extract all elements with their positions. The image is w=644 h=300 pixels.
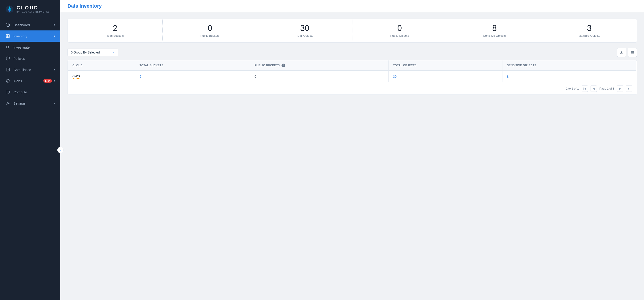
info-icon[interactable]: i — [282, 64, 285, 67]
investigate-icon — [5, 45, 10, 50]
svg-line-14 — [8, 69, 8, 70]
stat-number-public-buckets: 0 — [208, 24, 212, 33]
chevron-down-icon: ▾ — [54, 68, 55, 71]
chevron-down-icon: ▾ — [54, 35, 55, 38]
sidebar-item-label-investigate: Investigate — [14, 46, 55, 49]
svg-point-17 — [8, 82, 8, 82]
svg-point-22 — [7, 103, 8, 104]
svg-rect-8 — [6, 36, 8, 38]
svg-line-13 — [7, 70, 8, 70]
cell-public-buckets: 0 — [250, 71, 389, 83]
stat-label-malware-objects: Malware Objects — [578, 34, 600, 37]
sidebar-item-label-alerts: Alerts — [14, 79, 44, 83]
sidebar-item-label-policies: Policies — [14, 57, 55, 61]
policies-icon — [5, 56, 10, 61]
stat-card-public-buckets: 0 Public Buckets — [162, 19, 258, 42]
table-header-row: CLOUD TOTAL BUCKETS PUBLIC BUCKETS i TOT… — [68, 60, 636, 71]
download-icon — [620, 51, 624, 54]
stat-card-total-buckets: 2 Total Buckets — [68, 19, 162, 42]
stat-label-public-buckets: Public Buckets — [200, 34, 219, 37]
stat-card-total-objects: 30 Total Objects — [258, 19, 352, 42]
stat-label-sensitive-objects: Sensitive Objects — [483, 34, 506, 37]
page-prev-button[interactable]: ◀ — [590, 86, 597, 92]
stat-card-sensitive-objects: 8 Sensitive Objects — [447, 19, 542, 42]
sidebar: CLOUD BY PALO ALTO NETWORKS Dashboard ▾ — [0, 0, 60, 300]
stat-card-public-objects: 0 Public Objects — [352, 19, 447, 42]
logo-text: CLOUD BY PALO ALTO NETWORKS — [16, 5, 50, 13]
sensitive-objects-link[interactable]: 8 — [507, 75, 509, 78]
pagination-range: 1 to 1 of 1 — [566, 87, 579, 90]
page-last-button[interactable]: ▶| — [626, 86, 632, 92]
data-table-container: CLOUD TOTAL BUCKETS PUBLIC BUCKETS i TOT… — [68, 60, 637, 95]
inventory-icon — [5, 34, 10, 39]
stat-label-total-objects: Total Objects — [296, 34, 313, 37]
columns-button[interactable] — [628, 48, 637, 57]
logo-cloud-text: CLOUD — [16, 5, 50, 10]
stat-label-public-objects: Public Objects — [390, 34, 409, 37]
table-header: CLOUD TOTAL BUCKETS PUBLIC BUCKETS i TOT… — [68, 60, 636, 71]
page-first-button[interactable]: |◀ — [582, 86, 588, 92]
stats-row: 2 Total Buckets 0 Public Buckets 30 Tota… — [68, 19, 637, 43]
sidebar-item-investigate[interactable]: Investigate — [0, 42, 60, 53]
total-buckets-link[interactable]: 2 — [140, 75, 141, 78]
page-next-button[interactable]: ▶ — [617, 86, 623, 92]
compute-icon — [5, 90, 10, 95]
svg-line-11 — [8, 48, 10, 49]
svg-point-10 — [6, 46, 9, 48]
settings-icon — [5, 101, 10, 106]
topbar: Data Inventory — [60, 0, 644, 12]
chevron-down-icon: ▾ — [54, 23, 55, 27]
sidebar-toggle-button[interactable]: ‹ — [57, 147, 64, 153]
palo-alto-logo-icon — [5, 5, 14, 14]
sidebar-item-label-compliance: Compliance — [14, 68, 54, 72]
group-by-select[interactable]: 0 Group By Selected ▾ — [68, 49, 118, 56]
sidebar-nav: Dashboard ▾ Inventory ▾ — [0, 18, 60, 300]
sidebar-item-compliance[interactable]: Compliance ▾ — [0, 64, 60, 75]
data-table: CLOUD TOTAL BUCKETS PUBLIC BUCKETS i TOT… — [68, 60, 636, 83]
sidebar-item-policies[interactable]: Policies — [0, 53, 60, 64]
svg-rect-7 — [8, 35, 10, 36]
alerts-badge: 1794 — [44, 79, 52, 83]
svg-rect-6 — [6, 35, 8, 36]
sidebar-logo: CLOUD BY PALO ALTO NETWORKS — [0, 0, 60, 18]
sidebar-item-label-inventory: Inventory — [14, 34, 54, 38]
cell-sensitive-objects: 8 — [502, 71, 636, 83]
download-button[interactable] — [617, 48, 626, 57]
page-title: Data Inventory — [68, 3, 102, 9]
sidebar-item-alerts[interactable]: Alerts 1794 ▾ — [0, 75, 60, 86]
sidebar-item-settings[interactable]: Settings ▾ — [0, 98, 60, 109]
sidebar-item-dashboard[interactable]: Dashboard ▾ — [0, 19, 60, 31]
aws-logo: aws — [72, 74, 130, 79]
total-objects-link[interactable]: 30 — [393, 75, 397, 78]
svg-rect-18 — [6, 91, 10, 93]
col-header-total-objects: TOTAL OBJECTS — [388, 60, 502, 71]
stat-number-public-objects: 0 — [397, 24, 402, 33]
cell-total-buckets: 2 — [135, 71, 250, 83]
stat-number-total-buckets: 2 — [113, 24, 118, 33]
group-by-label: 0 Group By Selected — [71, 51, 100, 54]
sidebar-item-label-settings: Settings — [14, 101, 54, 105]
col-header-total-buckets: TOTAL BUCKETS — [135, 60, 250, 71]
sidebar-item-label-compute: Compute — [14, 90, 55, 94]
stat-card-malware-objects: 3 Malware Objects — [542, 19, 636, 42]
aws-smile-icon — [72, 78, 80, 79]
compliance-icon — [5, 67, 10, 72]
pagination-page: Page 1 of 1 — [600, 87, 614, 90]
dashboard-icon — [5, 22, 10, 27]
main-content: Data Inventory 2 Total Buckets 0 Public … — [60, 0, 644, 300]
table-toolbar: 0 Group By Selected ▾ — [68, 48, 637, 57]
pagination-row: 1 to 1 of 1 |◀ ◀ Page 1 of 1 ▶ ▶| — [68, 83, 636, 95]
stat-number-malware-objects: 3 — [587, 24, 592, 33]
svg-rect-9 — [8, 36, 10, 38]
sidebar-item-compute[interactable]: Compute — [0, 86, 60, 98]
stat-number-sensitive-objects: 8 — [492, 24, 497, 33]
sidebar-item-label-dashboard: Dashboard — [14, 23, 54, 27]
stat-number-total-objects: 30 — [300, 24, 309, 33]
cell-cloud: aws — [68, 71, 135, 83]
content-area: 2 Total Buckets 0 Public Buckets 30 Tota… — [60, 12, 644, 300]
chevron-down-icon: ▾ — [113, 51, 115, 54]
stat-label-total-buckets: Total Buckets — [106, 34, 124, 37]
col-header-public-buckets: PUBLIC BUCKETS i — [250, 60, 389, 71]
columns-icon — [630, 51, 634, 54]
sidebar-item-inventory[interactable]: Inventory ▾ — [0, 31, 60, 42]
